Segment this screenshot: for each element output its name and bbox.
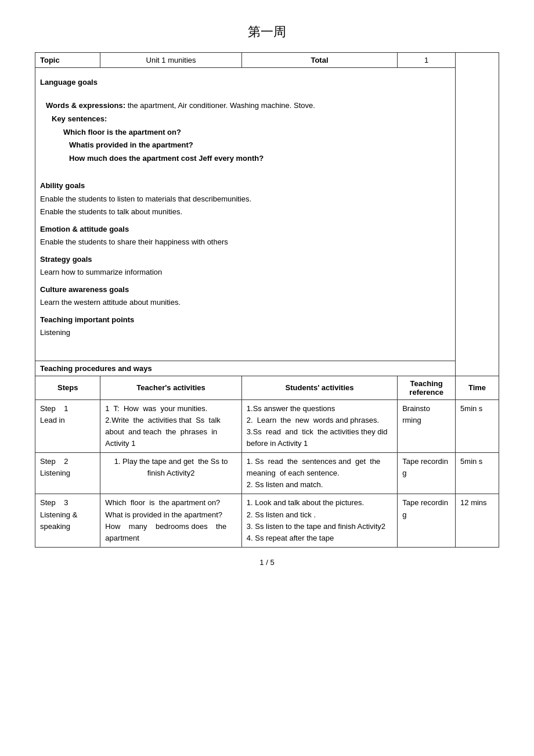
total-value-cell: 1 <box>398 53 456 68</box>
culture-title: Culture awareness goals <box>40 284 450 296</box>
sentence1: Which floor is the apartment on? <box>40 127 450 138</box>
teaching-points-title: Teaching important points <box>40 314 450 326</box>
ability1: Enable the students to listen to materia… <box>40 193 450 205</box>
teaching-points1: Listening <box>40 327 450 339</box>
step2-reference: Tape recordin g <box>398 453 456 494</box>
procedures-label-row: Teaching procedures and ways <box>35 361 499 376</box>
item1-text: the apartment, Air conditioner. Washing … <box>128 101 315 110</box>
col-header-teacher: Teacher's activities <box>100 376 241 399</box>
sentence3: How much does the apartment cost Jeff ev… <box>40 153 450 164</box>
reference-line1: Teaching reference <box>402 379 450 397</box>
ability-goals-title: Ability goals <box>40 180 450 192</box>
unit-cell: Unit 1 munities <box>100 53 241 68</box>
step1-teacher: 1 T: How was your munities. 2.Write the … <box>100 399 241 453</box>
col-header-students: Students' activities <box>241 376 397 399</box>
ability2: Enable the students to talk about muniti… <box>40 206 450 218</box>
step3-students: 1. Look and talk about the pictures. 2. … <box>241 494 397 548</box>
words-expressions-item: Words & expressions: the apartment, Air … <box>40 100 450 111</box>
col-header-reference: Teaching reference <box>398 376 456 399</box>
step2-teacher: 1. Play the tape and get the Ss to finis… <box>100 453 241 494</box>
total-cell: Total <box>241 53 397 68</box>
procedures-label: Teaching procedures and ways <box>35 361 456 376</box>
strategy-title: Strategy goals <box>40 254 450 265</box>
step2-students: 1. Ss read the sentences and get the mea… <box>241 453 397 494</box>
col-header-steps: Steps <box>35 376 100 399</box>
sentence2: Whatis provided in the apartment? <box>40 139 450 151</box>
emotion1: Enable the students to share their happi… <box>40 236 450 248</box>
emotion-title: Emotion & attitude goals <box>40 224 450 235</box>
item2-label: Key sentences: <box>52 114 107 123</box>
strategy1: Learn how to summarize information <box>40 267 450 278</box>
header-row: Topic Unit 1 munities Total 1 <box>35 53 499 68</box>
language-goals-title: Language goals <box>40 77 450 88</box>
key-sentences-item: Key sentences: <box>40 113 450 125</box>
step3-steps: Step 3 Listening & speaking <box>35 494 100 548</box>
step2-time: 5min s <box>456 453 499 494</box>
topic-cell: Topic <box>35 53 100 68</box>
step3-time: 12 mins <box>456 494 499 548</box>
main-table: Topic Unit 1 munities Total 1 Language g… <box>35 52 499 548</box>
goals-row: Language goals Words & expressions: the … <box>35 68 499 361</box>
step1-reference: Brainsto rming <box>398 399 456 453</box>
table-row: Step 2 Listening 1. Play the tape and ge… <box>35 453 499 494</box>
step2-steps: Step 2 Listening <box>35 453 100 494</box>
goals-cell: Language goals Words & expressions: the … <box>35 68 456 361</box>
page-footer: 1 / 5 <box>35 558 499 567</box>
step1-students: 1.Ss answer the questions 2. Learn the n… <box>241 399 397 453</box>
col-header-time: Time <box>456 376 499 399</box>
step3-reference: Tape recordin g <box>398 494 456 548</box>
sub-header-row: Steps Teacher's activities Students' act… <box>35 376 499 399</box>
culture1: Learn the western attitude about munitie… <box>40 297 450 308</box>
item1-label: Words & expressions: <box>46 101 125 110</box>
step3-teacher: Which floor is the apartment on? What is… <box>100 494 241 548</box>
table-row: Step 3 Listening & speaking Which floor … <box>35 494 499 548</box>
step1-time: 5min s <box>456 399 499 453</box>
table-row: Step 1 Lead in 1 T: How was your munitie… <box>35 399 499 453</box>
step1-steps: Step 1 Lead in <box>35 399 100 453</box>
page-title: 第一周 <box>35 23 499 41</box>
